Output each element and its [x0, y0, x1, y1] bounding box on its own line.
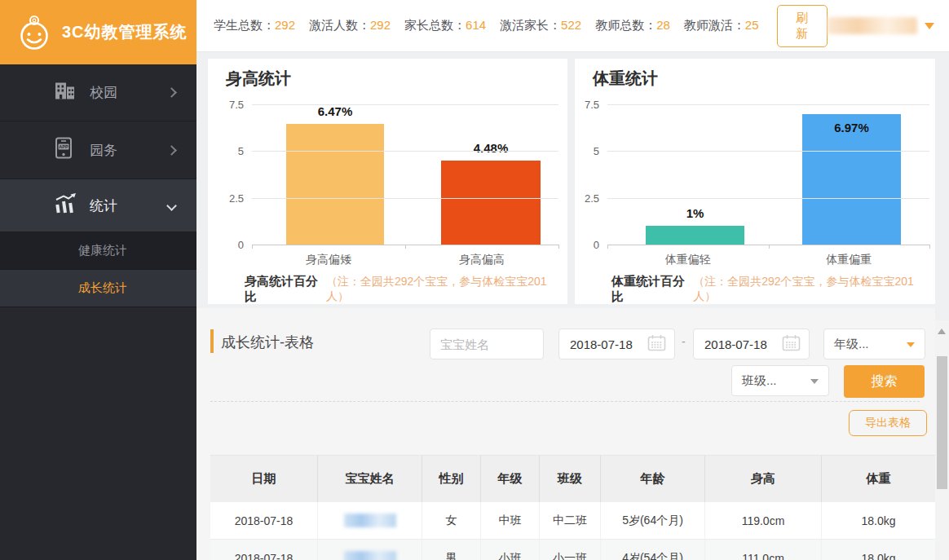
export-table-button[interactable]: 导出表格	[849, 410, 927, 436]
calendar-icon	[647, 334, 666, 354]
cell-date: 2018-07-18	[210, 540, 318, 560]
y-axis-tick-label: 0	[570, 239, 599, 251]
x-axis-tick	[769, 245, 770, 249]
cell-name	[318, 502, 422, 539]
grade-select[interactable]: 年级...	[823, 329, 925, 359]
cell-gender: 女	[422, 502, 481, 539]
cell-name	[318, 540, 422, 560]
user-menu[interactable]	[828, 17, 934, 34]
calendar-icon	[782, 334, 801, 354]
chart-title: 体重统计	[593, 68, 658, 90]
class-select[interactable]: 班级...	[731, 365, 829, 396]
gridline	[252, 198, 558, 199]
sidebar-item-label: 校园	[90, 83, 117, 102]
cell-grade: 中班	[481, 502, 540, 539]
cell-class: 中二班	[540, 502, 601, 539]
chart-footer-note: （注：全园共292个宝宝，参与体检宝宝201人）	[326, 275, 558, 304]
stat-parents-active: 激活家长：522	[500, 18, 581, 33]
y-axis-tick-label: 7.5	[214, 99, 244, 111]
baby-name-input[interactable]	[430, 329, 544, 359]
cell-weight: 18.0kg	[822, 540, 935, 560]
weight-chart-plot: 1% 6.97% 体重偏轻 体重偏重 02.557.5	[607, 104, 929, 245]
gridline	[607, 104, 929, 105]
table-header-row: 日期 宝宝姓名 性别 年级 班级 年龄 身高 体重	[210, 455, 935, 502]
col-header-height: 身高	[705, 456, 822, 502]
section-accent-bar	[210, 329, 214, 353]
x-axis-tick	[405, 245, 406, 249]
cell-height: 119.0cm	[705, 502, 822, 539]
col-header-name: 宝宝姓名	[318, 456, 422, 502]
cell-age: 4岁(54个月)	[601, 540, 705, 560]
caret-down-icon	[925, 23, 934, 34]
bar-value-label: 6.97%	[834, 121, 869, 134]
refresh-button[interactable]: 刷新	[777, 5, 828, 47]
gridline	[607, 151, 929, 152]
col-header-weight: 体重	[822, 456, 935, 502]
sidebar-item-growth-stats[interactable]: 成长统计	[0, 270, 196, 307]
sidebar-subitem-label: 健康统计	[78, 243, 127, 258]
bar-value-label: 6.47%	[318, 104, 353, 118]
sidebar: 3C幼教管理系统 校园	[0, 0, 196, 560]
robot-logo-icon	[15, 13, 54, 52]
sidebar-item-campus[interactable]: 校园	[0, 64, 196, 121]
scrollbar-up-arrow[interactable]	[938, 324, 946, 334]
stat-teachers-active: 教师激活：25	[684, 18, 759, 33]
chevron-down-icon	[166, 201, 177, 211]
redacted-baby-name	[344, 514, 396, 527]
chevron-right-icon	[166, 87, 177, 98]
stat-students-active: 激活人数：292	[309, 18, 391, 33]
vertical-scrollbar	[935, 320, 949, 560]
app-logo: 3C幼教管理系统	[0, 0, 196, 64]
sidebar-nav: 校园 APP 园务	[0, 64, 196, 307]
date-to-input[interactable]: 2018-07-18	[693, 329, 810, 359]
x-axis-tick	[558, 245, 559, 249]
y-axis-tick-label: 5	[570, 145, 599, 157]
bar-value-label: 4.48%	[474, 141, 509, 155]
summary-stats: 学生总数：292 激活人数：292 家长总数：614 激活家长：522 教师总数…	[214, 18, 759, 33]
grade-select-value: 年级...	[834, 337, 869, 352]
chart-footer-label: 身高统计百分比	[245, 274, 326, 305]
bar-height-short: 6.47%	[286, 124, 384, 245]
cell-date: 2018-07-18	[210, 502, 318, 539]
col-header-grade: 年级	[481, 456, 540, 502]
col-header-class: 班级	[540, 456, 601, 502]
sidebar-item-statistics[interactable]: 统计	[0, 179, 196, 232]
stat-students-total: 学生总数：292	[214, 18, 295, 33]
class-select-value: 班级...	[742, 373, 777, 389]
date-from-value: 2018-07-18	[570, 337, 633, 351]
bar-weight-light: 1%	[646, 226, 744, 245]
date-from-input[interactable]: 2018-07-18	[558, 329, 675, 359]
search-button[interactable]: 搜索	[844, 365, 925, 398]
chart-footer-note: （注：全园共292个宝宝，参与体检宝宝201人）	[693, 275, 925, 304]
sidebar-item-label: 统计	[90, 196, 117, 215]
stat-parents-total: 家长总数：614	[404, 18, 486, 33]
svg-text:APP: APP	[59, 144, 68, 149]
height-chart-plot: 6.47% 4.48% 身高偏矮 身高偏高 02.557.5	[252, 104, 558, 245]
y-axis-tick-label: 0	[214, 239, 244, 251]
chart-title: 身高统计	[226, 68, 291, 90]
scrollbar-thumb[interactable]	[937, 356, 947, 489]
caret-down-icon	[907, 342, 915, 351]
sidebar-item-health-stats[interactable]: 健康统计	[0, 232, 196, 270]
col-header-age: 年龄	[601, 456, 705, 502]
bar-value-label: 1%	[686, 206, 704, 220]
x-axis-tick	[252, 245, 253, 249]
y-axis-tick-label: 7.5	[570, 99, 599, 111]
sidebar-item-label: 园务	[90, 141, 117, 160]
chevron-right-icon	[166, 145, 177, 156]
y-axis-tick-label: 2.5	[570, 192, 599, 204]
x-axis-tick	[607, 245, 608, 249]
sidebar-subitem-label: 成长统计	[78, 280, 127, 296]
sidebar-item-affairs[interactable]: APP 园务	[0, 121, 196, 179]
bar-weight-heavy: 6.97%	[802, 114, 901, 245]
gridline	[607, 198, 929, 199]
redacted-baby-name	[344, 551, 396, 560]
table-row: 2018-07-18 男 小班 小一班 4岁(54个月) 111.0cm 18.…	[210, 540, 935, 560]
building-icon	[54, 81, 76, 104]
cell-class: 小一班	[540, 540, 601, 560]
dashed-divider	[210, 401, 920, 402]
bar-chart-icon	[54, 192, 77, 218]
cell-age: 5岁(64个月)	[601, 502, 705, 539]
app-title: 3C幼教管理系统	[62, 21, 188, 43]
statistics-submenu: 健康统计 成长统计	[0, 232, 196, 307]
